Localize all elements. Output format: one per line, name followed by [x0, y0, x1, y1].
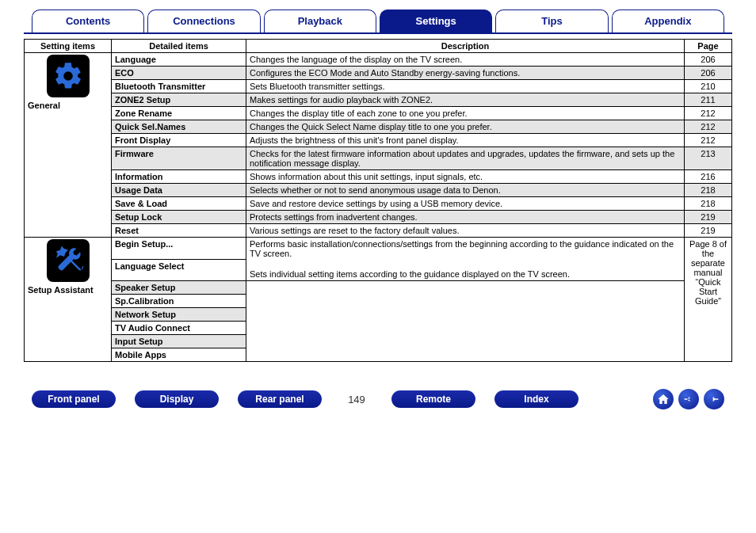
table-row: ECO Configures the ECO Mode and Auto Sta… — [25, 67, 732, 80]
detailed-item: Input Setup — [115, 337, 163, 346]
detailed-item: Quick Sel.Names — [115, 122, 185, 131]
description-cell: Various settings are reset to the factor… — [246, 224, 685, 238]
page-ref[interactable]: 212 — [685, 107, 732, 120]
col-detailed-items: Detailed items — [112, 40, 246, 53]
page-ref[interactable]: 219 — [685, 211, 732, 224]
table-row: Save & Load Save and restore device sett… — [25, 197, 732, 211]
col-page: Page — [685, 40, 732, 53]
page-ref[interactable]: 211 — [685, 93, 732, 107]
detailed-item: Setup Lock — [115, 212, 162, 222]
settings-table: Setting items Detailed items Description… — [24, 39, 732, 362]
top-tabs: Contents Connections Playback Settings T… — [24, 10, 732, 34]
detailed-item: Firmware — [115, 149, 154, 158]
tab-appendix[interactable]: Appendix — [612, 10, 724, 32]
front-panel-button[interactable]: Front panel — [32, 390, 116, 408]
table-row: Usage Data Selects whether or not to sen… — [25, 184, 732, 197]
remote-button[interactable]: Remote — [391, 390, 475, 408]
tab-tips[interactable]: Tips — [495, 10, 608, 32]
detailed-item: Usage Data — [115, 185, 162, 195]
detailed-item: TV Audio Connect — [115, 323, 190, 333]
description-cell: Performs basic installation/connections/… — [246, 238, 685, 281]
detailed-item: Zone Rename — [115, 109, 172, 118]
detailed-item: Information — [115, 172, 163, 181]
page-ref[interactable]: 216 — [685, 170, 732, 184]
index-button[interactable]: Index — [494, 390, 578, 408]
page-ref-note[interactable]: Page 8 of the separate manual “Quick Sta… — [685, 238, 732, 362]
tab-settings[interactable]: Settings — [380, 10, 492, 32]
description-cell: Shows information about this unit settin… — [246, 170, 685, 184]
description-cell: Changes the display title of each zone t… — [246, 107, 685, 120]
table-row: Setup Lock Protects settings from inadve… — [25, 211, 732, 224]
home-icon[interactable] — [653, 389, 674, 409]
nav-icons — [653, 389, 724, 409]
page-ref[interactable]: 206 — [685, 67, 732, 80]
table-row: Speaker Setup — [25, 281, 732, 295]
detailed-item: ZONE2 Setup — [115, 95, 170, 105]
page-ref[interactable]: 212 — [685, 120, 732, 134]
display-button[interactable]: Display — [135, 390, 219, 408]
detailed-item: Language Select — [115, 261, 184, 271]
page-ref[interactable]: 218 — [685, 184, 732, 197]
rear-panel-button[interactable]: Rear panel — [238, 390, 322, 408]
description-cell: Protects settings from inadvertent chang… — [246, 211, 685, 224]
detailed-item: Save & Load — [115, 199, 167, 208]
description-cell: Changes the Quick Select Name display ti… — [246, 120, 685, 134]
detailed-item: Language — [115, 55, 156, 64]
detailed-item: Bluetooth Transmitter — [115, 82, 205, 91]
page-ref[interactable]: 212 — [685, 134, 732, 147]
table-row: Quick Sel.Names Changes the Quick Select… — [25, 120, 732, 134]
description-cell: Sets Bluetooth transmitter settings. — [246, 80, 685, 93]
description-cell: Changes the language of the display on t… — [246, 53, 685, 67]
tab-playback[interactable]: Playback — [264, 10, 376, 32]
description-cell: Configures the ECO Mode and Auto Standby… — [246, 67, 685, 80]
col-setting-items: Setting items — [25, 40, 112, 53]
footer: Front panel Display Rear panel 149 Remot… — [24, 389, 732, 409]
detailed-item: Sp.Calibration — [115, 296, 174, 306]
detailed-item: Speaker Setup — [115, 283, 175, 292]
tab-contents[interactable]: Contents — [32, 10, 144, 32]
page-ref[interactable]: 210 — [685, 80, 732, 93]
section-general: General — [25, 53, 112, 238]
page-ref[interactable]: 206 — [685, 53, 732, 67]
table-row: ZONE2 Setup Makes settings for audio pla… — [25, 93, 732, 107]
detailed-item: Network Setup — [115, 310, 176, 319]
table-row: Reset Various settings are reset to the … — [25, 224, 732, 238]
table-row: Firmware Checks for the latest firmware … — [25, 147, 732, 170]
description-cell — [246, 281, 685, 362]
section-label-setup-assistant: Setup Assistant — [28, 285, 108, 295]
col-description: Description — [246, 40, 685, 53]
table-row: General Language Changes the language of… — [25, 53, 732, 67]
detailed-item: ECO — [115, 68, 134, 78]
description-cell: Save and restore device settings by usin… — [246, 197, 685, 211]
detailed-item: Reset — [115, 226, 139, 235]
tools-icon — [47, 239, 90, 282]
detailed-item: Begin Setup... — [115, 239, 173, 249]
description-cell: Makes settings for audio playback with Z… — [246, 93, 685, 107]
description-cell: Selects whether or not to send anonymous… — [246, 184, 685, 197]
table-row: Information Shows information about this… — [25, 170, 732, 184]
page-ref[interactable]: 213 — [685, 147, 732, 170]
section-label-general: General — [28, 101, 108, 110]
prev-icon[interactable] — [678, 389, 699, 409]
description-cell: Checks for the latest firmware informati… — [246, 147, 685, 170]
gear-icon — [47, 55, 90, 97]
table-row: Front Display Adjusts the brightness of … — [25, 134, 732, 147]
tab-connections[interactable]: Connections — [147, 10, 260, 32]
detailed-item: Front Display — [115, 135, 170, 145]
detailed-item: Mobile Apps — [115, 350, 166, 360]
page-ref[interactable]: 218 — [685, 197, 732, 211]
table-row: Bluetooth Transmitter Sets Bluetooth tra… — [25, 80, 732, 93]
description-cell: Adjusts the brightness of this unit's fr… — [246, 134, 685, 147]
table-row: Setup Assistant Begin Setup... Performs … — [25, 238, 732, 260]
next-icon[interactable] — [704, 389, 724, 409]
page-number: 149 — [341, 394, 372, 405]
table-row: Zone Rename Changes the display title of… — [25, 107, 732, 120]
page-ref[interactable]: 219 — [685, 224, 732, 238]
section-setup-assistant: Setup Assistant — [25, 238, 112, 362]
